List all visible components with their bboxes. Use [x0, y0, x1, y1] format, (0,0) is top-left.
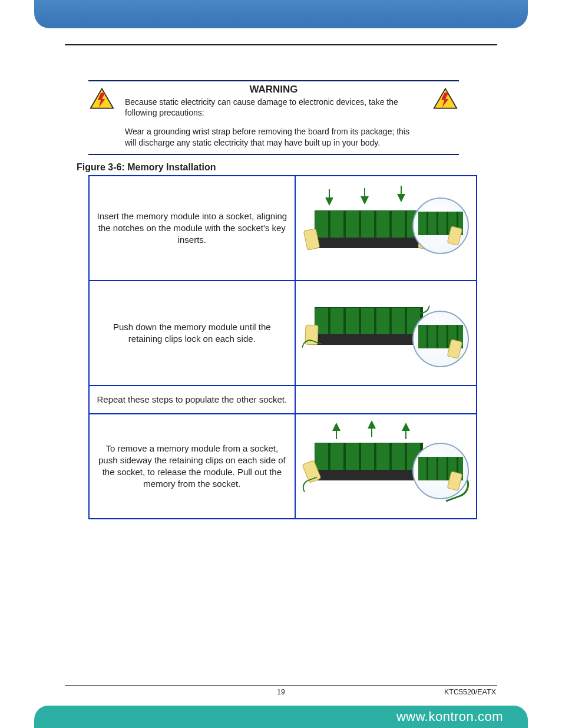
- warning-intro: Because static electricity can cause dam…: [125, 97, 422, 118]
- footer-rule: [65, 685, 497, 686]
- step-illustration: [295, 414, 477, 519]
- footer-url: www.kontron.com: [396, 709, 503, 724]
- header-bar: [34, 0, 528, 28]
- step-illustration: [295, 176, 477, 281]
- warning-title: WARNING: [125, 84, 422, 95]
- warning-lightning-icon: [433, 87, 458, 110]
- step-illustration-empty: [295, 386, 477, 414]
- warning-detail: Wear a grounding wrist strap before remo…: [125, 126, 422, 147]
- warning-box: WARNING Because static electricity can c…: [88, 80, 459, 155]
- table-row: Push down the memory module until the re…: [89, 281, 477, 386]
- doc-code: KTC5520/EATX: [444, 688, 496, 696]
- memory-steps-table: Insert the memory module into a socket, …: [88, 175, 477, 519]
- warning-rule-bottom: [88, 154, 459, 155]
- step-text: Push down the memory module until the re…: [89, 281, 295, 386]
- step-illustration: [295, 281, 477, 386]
- warning-rule-top: [88, 80, 459, 81]
- figure-caption: Figure 3-6: Memory Installation: [77, 162, 216, 173]
- memory-remove-illustration: [302, 419, 470, 513]
- step-text: To remove a memory module from a socket,…: [89, 414, 295, 519]
- step-text: Repeat these steps to populate the other…: [89, 386, 295, 414]
- table-row: To remove a memory module from a socket,…: [89, 414, 477, 519]
- memory-insert-illustration: [302, 181, 470, 275]
- table-row: Insert the memory module into a socket, …: [89, 176, 477, 281]
- step-text: Insert the memory module into a socket, …: [89, 176, 295, 281]
- header-rule: [65, 44, 497, 45]
- table-row: Repeat these steps to populate the other…: [89, 386, 477, 414]
- memory-lock-illustration: [302, 286, 470, 380]
- footer-bar: www.kontron.com: [34, 706, 528, 728]
- warning-lightning-icon: [90, 87, 114, 110]
